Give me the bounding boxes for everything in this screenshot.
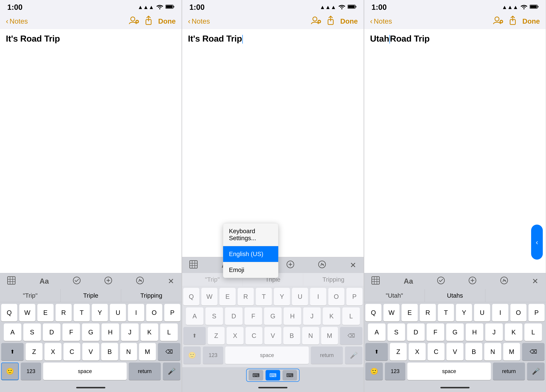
- key-G-3[interactable]: G: [446, 323, 464, 341]
- markup-icon-2[interactable]: [318, 261, 326, 270]
- autocomplete-item-2-0[interactable]: "Trip": [182, 273, 243, 286]
- key-Q-2[interactable]: Q: [183, 288, 199, 305]
- key-P-2[interactable]: P: [346, 288, 363, 305]
- back-label-3[interactable]: Notes: [374, 17, 392, 25]
- key-A-2[interactable]: A: [186, 308, 203, 325]
- checklist-icon-2[interactable]: [255, 261, 263, 270]
- key-N-1[interactable]: N: [120, 343, 137, 360]
- key-123-1[interactable]: 123: [21, 363, 41, 380]
- note-content-1[interactable]: It's Road Trip: [0, 29, 182, 273]
- key-N-3[interactable]: N: [484, 343, 501, 360]
- key-Y-3[interactable]: Y: [456, 304, 472, 321]
- checklist-icon-1[interactable]: [73, 277, 81, 286]
- key-N-2[interactable]: N: [302, 327, 319, 344]
- key-space-3[interactable]: space: [407, 363, 491, 380]
- key-B-3[interactable]: B: [465, 343, 482, 360]
- autocomplete-item-3-0[interactable]: "Utah": [364, 289, 425, 302]
- key-S-2[interactable]: S: [205, 308, 223, 325]
- key-delete-3[interactable]: ⌫: [522, 343, 545, 360]
- format-icon-3[interactable]: Aa: [404, 277, 413, 285]
- key-J-2[interactable]: J: [303, 308, 321, 325]
- key-J-3[interactable]: J: [485, 323, 503, 341]
- back-button-3[interactable]: ‹ Notes: [370, 17, 392, 26]
- key-D-2[interactable]: D: [225, 308, 242, 325]
- key-G-2[interactable]: G: [264, 308, 282, 325]
- key-U-1[interactable]: U: [110, 304, 126, 321]
- key-E-3[interactable]: E: [402, 304, 418, 321]
- add-person-icon-1[interactable]: [129, 16, 139, 26]
- done-button-2[interactable]: Done: [340, 17, 358, 25]
- key-mic-2[interactable]: 🎤: [345, 347, 363, 364]
- key-Z-1[interactable]: Z: [26, 343, 42, 360]
- key-K-2[interactable]: K: [323, 308, 340, 325]
- key-F-3[interactable]: F: [427, 323, 444, 341]
- key-Y-1[interactable]: Y: [92, 304, 108, 321]
- key-123-2[interactable]: 123: [203, 347, 223, 364]
- key-F-2[interactable]: F: [245, 308, 262, 325]
- key-O-2[interactable]: O: [328, 288, 344, 305]
- kb-selector-item-2-1[interactable]: ⌨: [266, 370, 280, 380]
- key-shift-3[interactable]: ⬆: [365, 343, 388, 360]
- key-H-2[interactable]: H: [284, 308, 301, 325]
- key-delete-2[interactable]: ⌫: [340, 327, 363, 344]
- key-I-1[interactable]: I: [128, 304, 144, 321]
- autocomplete-item-3-1[interactable]: Utahs: [425, 289, 485, 302]
- insert-icon-3[interactable]: [469, 277, 476, 286]
- format-icon-1[interactable]: Aa: [39, 277, 49, 285]
- table-icon-1[interactable]: [7, 276, 15, 286]
- key-D-1[interactable]: D: [43, 323, 60, 341]
- key-W-1[interactable]: W: [19, 304, 35, 321]
- key-O-1[interactable]: O: [146, 304, 162, 321]
- autocomplete-item-1-2[interactable]: Tripping: [121, 289, 182, 302]
- key-B-2[interactable]: B: [283, 327, 300, 344]
- key-P-3[interactable]: P: [528, 304, 545, 321]
- key-Z-3[interactable]: Z: [390, 343, 407, 360]
- share-icon-3[interactable]: [509, 16, 517, 27]
- key-G-1[interactable]: G: [82, 323, 99, 341]
- key-shift-1[interactable]: ⬆: [1, 343, 24, 360]
- back-button-2[interactable]: ‹ Notes: [188, 17, 210, 26]
- table-icon-3[interactable]: [371, 276, 380, 286]
- key-W-3[interactable]: W: [384, 304, 399, 321]
- key-123-3[interactable]: 123: [385, 363, 405, 380]
- note-content-2[interactable]: It's Road Trip: [182, 29, 364, 257]
- cursor-handle-3[interactable]: ‹: [531, 225, 543, 260]
- key-X-1[interactable]: X: [45, 343, 61, 360]
- key-L-1[interactable]: L: [160, 323, 178, 341]
- autocomplete-item-1-1[interactable]: Triple: [61, 289, 121, 302]
- key-H-3[interactable]: H: [466, 323, 483, 341]
- key-return-2[interactable]: return: [311, 347, 343, 364]
- key-space-1[interactable]: space: [43, 363, 127, 380]
- key-T-2[interactable]: T: [256, 288, 272, 305]
- key-mic-3[interactable]: 🎤: [527, 363, 545, 380]
- insert-icon-2[interactable]: [286, 261, 294, 270]
- checklist-icon-3[interactable]: [437, 277, 445, 286]
- key-Q-3[interactable]: Q: [365, 304, 381, 321]
- key-B-1[interactable]: B: [101, 343, 118, 360]
- key-E-1[interactable]: E: [37, 304, 53, 321]
- kb-selector-item-2-2[interactable]: ⌨: [282, 370, 297, 380]
- key-T-3[interactable]: T: [438, 304, 454, 321]
- key-I-3[interactable]: I: [492, 304, 508, 321]
- autocomplete-item-3-2[interactable]: [485, 289, 546, 302]
- key-M-1[interactable]: M: [139, 343, 156, 360]
- key-C-1[interactable]: C: [64, 343, 80, 360]
- key-S-1[interactable]: S: [23, 323, 41, 341]
- back-button-1[interactable]: ‹ Notes: [6, 17, 28, 26]
- close-icon-1[interactable]: ✕: [168, 277, 174, 286]
- key-V-1[interactable]: V: [82, 343, 99, 360]
- key-L-2[interactable]: L: [342, 308, 360, 325]
- done-button-3[interactable]: Done: [522, 17, 540, 25]
- share-icon-1[interactable]: [145, 16, 152, 27]
- key-R-3[interactable]: R: [420, 304, 436, 321]
- key-I-2[interactable]: I: [310, 288, 326, 305]
- share-icon-2[interactable]: [327, 16, 334, 27]
- key-H-1[interactable]: H: [102, 323, 119, 341]
- markup-icon-3[interactable]: [500, 277, 508, 286]
- key-R-1[interactable]: R: [56, 304, 72, 321]
- key-Q-1[interactable]: Q: [1, 304, 17, 321]
- format-icon-2[interactable]: Aa: [222, 261, 231, 269]
- key-P-1[interactable]: P: [164, 304, 180, 321]
- kb-selector-item-2-0[interactable]: ⌨: [249, 370, 263, 380]
- key-M-2[interactable]: M: [321, 327, 338, 344]
